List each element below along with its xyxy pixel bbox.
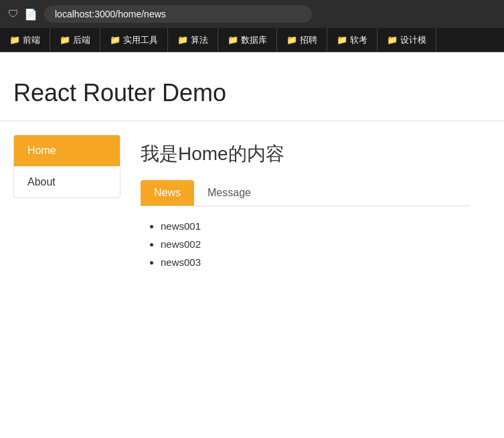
folder-icon: 📁 — [387, 35, 398, 45]
shield-icon: 🛡 — [8, 8, 19, 20]
sub-tabs: News Message — [141, 180, 471, 206]
folder-icon: 📁 — [337, 35, 347, 45]
bookmark-tools[interactable]: 📁 实用工具 — [100, 28, 168, 52]
list-item: news002 — [161, 235, 471, 253]
bookmark-label: 招聘 — [300, 34, 317, 46]
sidebar-item-about[interactable]: About — [14, 167, 120, 198]
sidebar-nav: Home About — [13, 135, 120, 198]
page-title: React Router Demo — [13, 79, 491, 107]
folder-icon: 📁 — [9, 35, 20, 45]
news-list: news001 news002 news003 — [141, 217, 471, 271]
address-bar[interactable]: localhost:3000/home/news — [44, 5, 312, 23]
folder-icon: 📁 — [110, 35, 120, 45]
bookmark-houduan[interactable]: 📁 后端 — [50, 28, 100, 52]
bookmark-label: 数据库 — [241, 34, 267, 46]
folder-icon: 📁 — [177, 35, 188, 45]
folder-icon: 📁 — [228, 35, 238, 45]
bookmark-label: 设计模 — [400, 34, 426, 46]
tab-message[interactable]: Message — [194, 180, 264, 206]
content-area: 我是Home的内容 News Message news001 news002 n… — [120, 135, 491, 278]
bookmark-design[interactable]: 📁 设计模 — [377, 28, 436, 52]
list-item: news001 — [161, 217, 471, 235]
tab-news[interactable]: News — [141, 180, 194, 206]
bookmark-label: 实用工具 — [123, 34, 158, 46]
doc-icon: 📄 — [24, 8, 37, 21]
main-layout: Home About 我是Home的内容 News Message news00… — [0, 121, 504, 291]
page-content: React Router Demo Home About 我是Home的内容 N… — [0, 52, 504, 291]
bookmark-label: 后端 — [73, 34, 90, 46]
bookmark-label: 软考 — [350, 34, 367, 46]
bookmark-algorithm[interactable]: 📁 算法 — [168, 28, 218, 52]
bookmark-qianduan[interactable]: 📁 前端 — [0, 28, 50, 52]
browser-icons: 🛡 📄 — [8, 8, 37, 21]
page-title-area: React Router Demo — [0, 52, 504, 121]
folder-icon: 📁 — [60, 35, 70, 45]
bookmark-recruit[interactable]: 📁 招聘 — [277, 28, 327, 52]
bookmark-ruankao[interactable]: 📁 软考 — [327, 28, 377, 52]
sidebar-item-home[interactable]: Home — [14, 135, 120, 167]
bookmarks-bar: 📁 前端 📁 后端 📁 实用工具 📁 算法 📁 数据库 📁 招聘 📁 软考 📁 … — [0, 28, 504, 52]
bookmark-label: 算法 — [191, 34, 208, 46]
folder-icon: 📁 — [286, 35, 297, 45]
browser-chrome: 🛡 📄 localhost:3000/home/news — [0, 0, 504, 28]
bookmark-database[interactable]: 📁 数据库 — [218, 28, 277, 52]
home-content-heading: 我是Home的内容 — [141, 141, 471, 167]
list-item: news003 — [161, 253, 471, 271]
bookmark-label: 前端 — [23, 34, 40, 46]
